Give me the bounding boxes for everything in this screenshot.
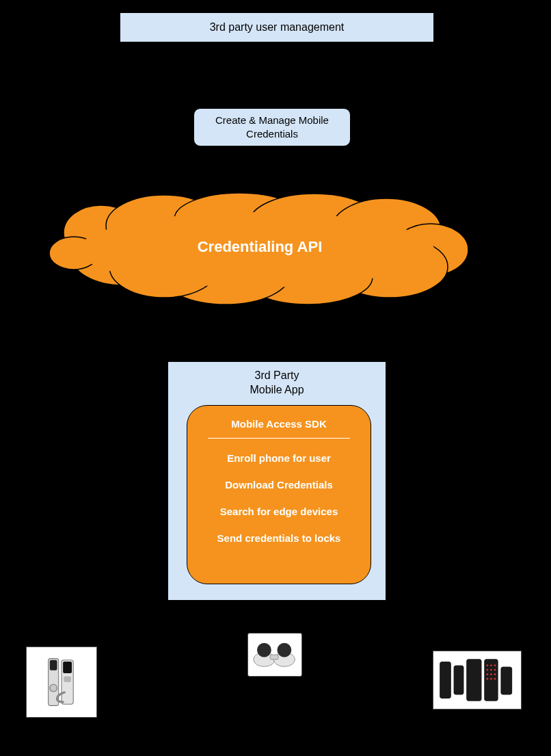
sdk-item-1: Download Credentials [225, 479, 333, 491]
svg-rect-24 [440, 662, 451, 699]
svg-point-35 [490, 673, 492, 675]
svg-point-21 [257, 643, 271, 657]
svg-point-37 [486, 678, 488, 680]
svg-point-33 [494, 669, 496, 671]
svg-rect-14 [50, 660, 57, 670]
svg-point-22 [277, 643, 291, 657]
readers-icon [435, 653, 520, 707]
device-edge-image [247, 633, 302, 677]
svg-point-32 [490, 669, 492, 671]
sdk-item-2: Search for edge devices [220, 506, 338, 517]
svg-point-29 [490, 664, 492, 666]
svg-point-38 [490, 678, 492, 680]
svg-point-31 [486, 669, 488, 671]
svg-point-30 [494, 664, 496, 666]
create-credentials-box: Create & Manage MobileCredentials [193, 108, 351, 146]
edge-device-icon [251, 637, 299, 673]
sdk-item-3: Send credentials to locks [217, 532, 341, 544]
user-mgmt-box: 3rd party user management [120, 12, 434, 42]
sdk-box: Mobile Access SDK Enroll phone for user … [187, 405, 371, 584]
svg-rect-18 [64, 676, 71, 682]
svg-rect-25 [454, 666, 464, 695]
svg-rect-26 [466, 659, 481, 701]
lock-icon [32, 653, 91, 712]
user-mgmt-label: 3rd party user management [210, 21, 345, 34]
sdk-title: Mobile Access SDK [231, 418, 327, 430]
svg-rect-23 [270, 655, 278, 660]
mobile-app-title: 3rd PartyMobile App [250, 362, 304, 402]
svg-point-34 [486, 673, 488, 675]
device-readers-image [433, 651, 522, 709]
svg-point-28 [486, 664, 488, 666]
sdk-item-0: Enroll phone for user [227, 452, 331, 464]
create-credentials-label: Create & Manage MobileCredentials [215, 114, 329, 142]
cloud-label: Credentialing API [48, 238, 472, 256]
svg-point-15 [50, 684, 57, 692]
svg-rect-40 [500, 666, 512, 694]
svg-point-39 [494, 678, 496, 680]
device-lock-image [26, 647, 97, 718]
svg-rect-17 [63, 662, 72, 673]
sdk-divider [208, 438, 350, 439]
svg-point-36 [494, 673, 496, 675]
